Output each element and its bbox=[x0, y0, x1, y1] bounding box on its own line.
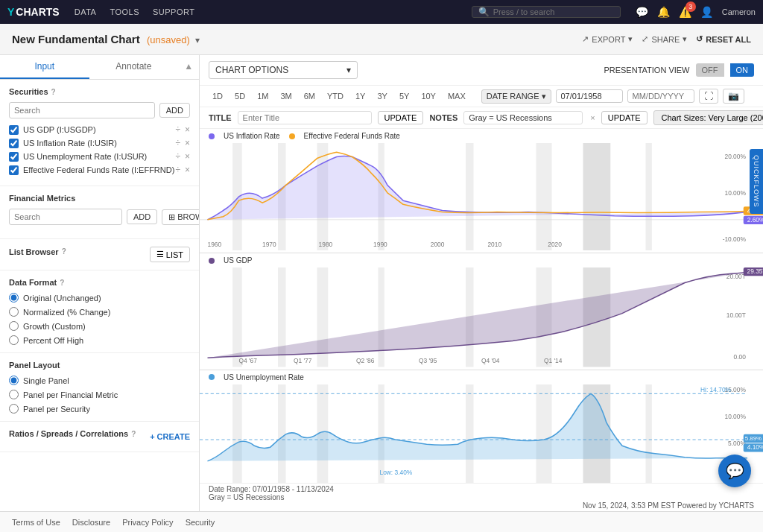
data-format-option-1[interactable]: Normalized (% Change) bbox=[9, 307, 190, 317]
export-icon: ↗ bbox=[582, 34, 589, 44]
nav-tools[interactable]: TOOLS bbox=[110, 7, 139, 16]
privacy-link[interactable]: Privacy Policy bbox=[122, 518, 173, 527]
security-checkbox-1[interactable] bbox=[9, 139, 19, 148]
security-link[interactable]: Security bbox=[186, 518, 215, 527]
toggle-on-button[interactable]: ON bbox=[730, 63, 755, 77]
chart-title-input[interactable] bbox=[238, 111, 372, 124]
data-format-option-3[interactable]: Percent Off High bbox=[9, 335, 190, 345]
chat-bubble[interactable]: 💬 bbox=[718, 455, 751, 487]
search-bar[interactable]: 🔍 bbox=[472, 6, 621, 18]
security-remove-icon-2[interactable]: × bbox=[185, 151, 190, 162]
tab-annotate[interactable]: Annotate bbox=[89, 55, 179, 79]
security-checkbox-2[interactable] bbox=[9, 152, 19, 162]
time-1d[interactable]: 1D bbox=[209, 90, 227, 102]
svg-text:2010: 2010 bbox=[487, 482, 501, 483]
notes-input[interactable] bbox=[463, 111, 583, 124]
securities-add-button[interactable]: ADD bbox=[159, 103, 190, 118]
security-split-icon-1[interactable]: ÷ bbox=[175, 138, 180, 148]
notification-icon[interactable]: ⚠️ 3 bbox=[679, 6, 691, 18]
panel-layout-radio-1[interactable] bbox=[9, 390, 19, 399]
svg-text:1960: 1960 bbox=[208, 482, 222, 483]
sidebar-collapse-button[interactable]: ▲ bbox=[178, 55, 199, 79]
time-max[interactable]: MAX bbox=[444, 90, 469, 102]
data-format-help-icon[interactable]: ? bbox=[60, 279, 64, 287]
panel-layout-radio-0[interactable] bbox=[9, 376, 19, 385]
svg-rect-46 bbox=[536, 384, 552, 484]
notes-update-button[interactable]: UPDATE bbox=[601, 111, 648, 124]
user-name[interactable]: Cameron bbox=[722, 7, 756, 16]
time-ytd[interactable]: YTD bbox=[323, 90, 347, 102]
date-from-input[interactable] bbox=[556, 89, 623, 103]
panel-layout-option-1[interactable]: Panel per Financial Metric bbox=[9, 390, 190, 399]
nav-data[interactable]: DATA bbox=[75, 7, 97, 16]
time-5y[interactable]: 5Y bbox=[396, 90, 413, 102]
share-button[interactable]: ⤢ SHARE ▾ bbox=[642, 34, 687, 44]
main-layout: Input Annotate ▲ Securities ? ADD US GDP… bbox=[0, 55, 763, 511]
data-format-option-0[interactable]: Original (Unchanged) bbox=[9, 293, 190, 303]
list-button[interactable]: ☰ LIST bbox=[150, 247, 190, 262]
security-checkbox-3[interactable] bbox=[9, 165, 19, 175]
export-button[interactable]: ↗ EXPORT ▾ bbox=[582, 34, 633, 44]
data-format-radio-0[interactable] bbox=[9, 293, 19, 303]
svg-text:2000: 2000 bbox=[431, 482, 445, 483]
search-input[interactable] bbox=[493, 7, 614, 16]
security-remove-icon-3[interactable]: × bbox=[185, 165, 190, 175]
financial-metrics-search-input[interactable] bbox=[9, 209, 122, 225]
svg-text:Hi: 14.70%: Hi: 14.70% bbox=[700, 386, 732, 393]
list-browser-help-icon[interactable]: ? bbox=[62, 247, 66, 256]
time-6m[interactable]: 6M bbox=[300, 90, 319, 102]
time-10y[interactable]: 10Y bbox=[417, 90, 440, 102]
disclosure-link[interactable]: Disclosure bbox=[72, 518, 110, 527]
data-format-option-2[interactable]: Growth (Custom) bbox=[9, 321, 190, 331]
message-icon[interactable]: 💬 bbox=[636, 6, 648, 18]
data-format-radio-2[interactable] bbox=[9, 321, 19, 331]
securities-help-icon[interactable]: ? bbox=[51, 88, 56, 96]
chart-area: CHART OPTIONS ▾ PRESENTATION VIEW OFF ON… bbox=[200, 55, 763, 511]
financial-metrics-add-button[interactable]: ADD bbox=[127, 209, 157, 224]
terms-link[interactable]: Terms of Use bbox=[12, 518, 60, 527]
nav-support[interactable]: SUPPORT bbox=[153, 7, 194, 16]
svg-rect-6 bbox=[583, 143, 611, 250]
date-range-button[interactable]: DATE RANGE ▾ bbox=[481, 89, 551, 104]
time-1y[interactable]: 1Y bbox=[352, 90, 369, 102]
security-split-icon-3[interactable]: ÷ bbox=[175, 165, 180, 175]
user-icon[interactable]: 👤 bbox=[700, 6, 713, 18]
notification-badge: 3 bbox=[686, 1, 696, 12]
bell-icon[interactable]: 🔔 bbox=[657, 6, 670, 18]
svg-text:2010: 2010 bbox=[487, 241, 501, 248]
reset-button[interactable]: ↺ RESET ALL bbox=[696, 34, 751, 44]
time-5d[interactable]: 5D bbox=[231, 90, 249, 102]
security-split-icon-0[interactable]: ÷ bbox=[175, 124, 180, 135]
data-format-radio-3[interactable] bbox=[9, 335, 19, 345]
time-1m[interactable]: 1M bbox=[253, 90, 272, 102]
security-remove-icon-1[interactable]: × bbox=[185, 138, 190, 148]
security-split-icon-2[interactable]: ÷ bbox=[175, 151, 180, 162]
chart-size-select[interactable]: Chart Sizes: Very Large (2000 px wide) bbox=[653, 110, 763, 125]
security-remove-icon-0[interactable]: × bbox=[185, 124, 190, 135]
panel-layout-radio-2[interactable] bbox=[9, 404, 19, 414]
date-to-input[interactable] bbox=[627, 89, 694, 103]
camera-button[interactable]: 📷 bbox=[723, 89, 744, 104]
quickflows-button[interactable]: QUICKFLOWS bbox=[750, 149, 763, 214]
ratios-help-icon[interactable]: ? bbox=[131, 430, 136, 438]
financial-metrics-browse-button[interactable]: ⊞ BROWSE bbox=[162, 209, 200, 225]
svg-text:Q2 '86: Q2 '86 bbox=[356, 357, 375, 364]
panel-layout-option-2[interactable]: Panel per Security bbox=[9, 404, 190, 414]
fullscreen-button[interactable]: ⛶ bbox=[699, 89, 718, 104]
panel-layout-option-0[interactable]: Single Panel bbox=[9, 376, 190, 385]
tab-input[interactable]: Input bbox=[0, 55, 89, 79]
create-button[interactable]: + CREATE bbox=[150, 432, 190, 441]
security-checkbox-0[interactable] bbox=[9, 125, 19, 135]
time-3m[interactable]: 3M bbox=[276, 90, 295, 102]
data-format-radio-1[interactable] bbox=[9, 307, 19, 317]
title-dropdown[interactable]: ▾ bbox=[195, 35, 200, 45]
securities-search-input[interactable] bbox=[9, 102, 155, 118]
legend-label-gdp: US GDP bbox=[224, 256, 252, 265]
notes-clear-icon[interactable]: × bbox=[590, 113, 595, 122]
logo[interactable]: Y CHARTS bbox=[7, 6, 60, 18]
chart-options-select[interactable]: CHART OPTIONS ▾ bbox=[209, 61, 358, 79]
legend-label-fedfunds: Effective Federal Funds Rate bbox=[304, 132, 400, 140]
time-3y[interactable]: 3Y bbox=[373, 90, 390, 102]
toggle-off-button[interactable]: OFF bbox=[696, 63, 724, 77]
title-update-button[interactable]: UPDATE bbox=[378, 111, 424, 124]
